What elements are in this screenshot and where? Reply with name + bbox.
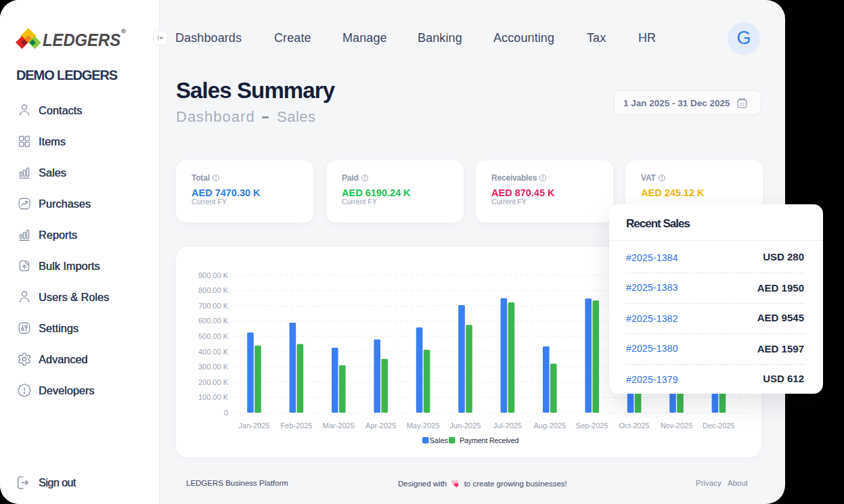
svg-text:400.00 K: 400.00 K xyxy=(198,348,229,356)
svg-text:300.00 K: 300.00 K xyxy=(198,363,229,371)
svg-text:0: 0 xyxy=(224,409,228,417)
svg-text:Payment Received: Payment Received xyxy=(460,436,519,444)
svg-text:LEDGERS: LEDGERS xyxy=(43,30,120,50)
svg-text:200.00 K: 200.00 K xyxy=(198,378,229,386)
svg-text:Sep-2025: Sep-2025 xyxy=(576,421,608,430)
svg-text:Sales: Sales xyxy=(430,436,449,444)
svg-text:Mar-2025: Mar-2025 xyxy=(323,421,355,430)
svg-text:Jan-2025: Jan-2025 xyxy=(239,421,270,430)
svg-text:Nov-2025: Nov-2025 xyxy=(661,421,693,430)
svg-text:Feb-2025: Feb-2025 xyxy=(280,421,312,430)
svg-text:Aug-2025: Aug-2025 xyxy=(533,421,566,430)
svg-text:800.00 K: 800.00 K xyxy=(198,286,229,294)
svg-text:700.00 K: 700.00 K xyxy=(198,302,229,310)
svg-text:100.00 K: 100.00 K xyxy=(198,393,229,401)
svg-text:Dec-2025: Dec-2025 xyxy=(703,421,735,430)
svg-text:Jul-2025: Jul-2025 xyxy=(493,421,522,430)
svg-text:Oct-2025: Oct-2025 xyxy=(619,421,649,430)
svg-text:May-2025: May-2025 xyxy=(407,421,440,430)
svg-text:Apr-2025: Apr-2025 xyxy=(365,421,396,430)
svg-text:900.00 K: 900.00 K xyxy=(198,271,229,279)
svg-text:Jun-2025: Jun-2025 xyxy=(450,421,481,430)
svg-text:500.00 K: 500.00 K xyxy=(198,332,229,340)
svg-text:600.00 K: 600.00 K xyxy=(198,317,229,325)
